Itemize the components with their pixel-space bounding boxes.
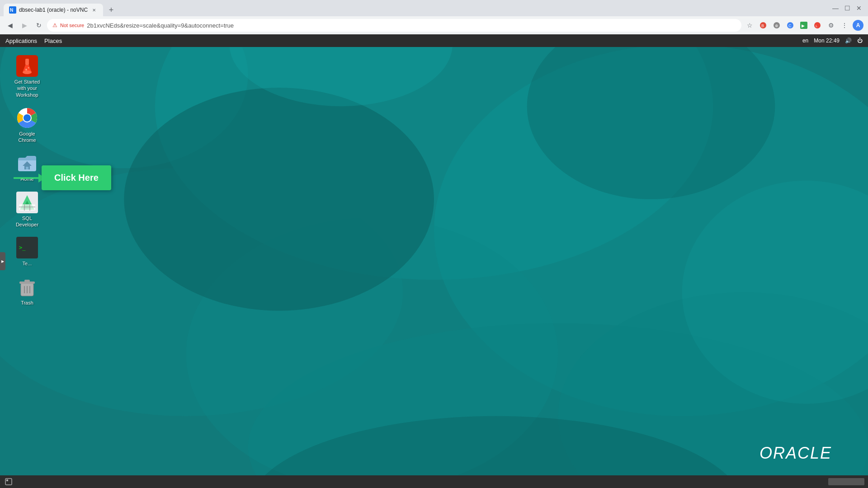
bottom-scrollbar[interactable] (828, 478, 864, 485)
svg-point-20 (124, 88, 434, 311)
trash-icon[interactable]: Trash (9, 273, 45, 309)
clock: Mon 22:49 (814, 38, 840, 44)
get-started-icon[interactable]: Get Startedwith yourWorkshop (9, 52, 45, 101)
new-tab-button[interactable]: + (105, 4, 118, 16)
tab-favicon: N (9, 6, 16, 14)
sql-developer-label: SQL Developer (11, 215, 43, 228)
applications-menu[interactable]: Applications (5, 38, 37, 44)
back-button[interactable]: ◀ (4, 19, 16, 32)
oracle-logo: ORACLE (760, 444, 832, 463)
home-icon[interactable]: Home (9, 150, 45, 185)
google-chrome-icon[interactable]: Google Chrome (9, 104, 45, 146)
svg-point-28 (25, 69, 27, 70)
extension-btn-1[interactable]: B (757, 19, 769, 32)
gnome-topbar-left: Applications Places (5, 38, 62, 44)
browser-frame: N dbsec-lab1 (oracle) - noVNC ✕ + — ☐ ✕ … (0, 0, 868, 488)
svg-rect-26 (25, 59, 29, 65)
home-icon-image (16, 152, 38, 174)
extensions-button[interactable]: ⚙ (825, 19, 837, 32)
extension-btn-3[interactable]: C (784, 19, 797, 32)
locale-indicator: en (802, 38, 808, 44)
svg-rect-37 (19, 204, 35, 211)
click-here-tooltip[interactable]: Click Here (42, 165, 111, 190)
nav-icons-right: ☆ B ⊕ C ▶ L ⚙ ⋮ A (743, 19, 864, 32)
window-controls: — ☐ ✕ (826, 0, 868, 16)
gnome-topbar: Applications Places en Mon 22:49 🔊 ⏻ (0, 34, 868, 47)
bottom-resize-icon[interactable] (4, 477, 14, 487)
reload-button[interactable]: ↻ (33, 19, 45, 32)
get-started-icon-image (16, 55, 38, 77)
forward-button[interactable]: ▶ (18, 19, 31, 32)
url-text: 2b1xvcNEds&resize=scale&quality=9&autoco… (87, 22, 736, 29)
svg-text:>_: >_ (19, 244, 26, 251)
svg-text:L: L (816, 24, 818, 28)
extension-btn-5[interactable]: L (811, 19, 824, 32)
desktop-area: ▶ (0, 47, 868, 475)
trash-label: Trash (21, 300, 33, 306)
trash-icon-image (16, 276, 38, 298)
volume-icon[interactable]: 🔊 (845, 38, 852, 44)
svg-point-32 (24, 114, 31, 122)
sqldeveloper-icon-image (16, 192, 38, 213)
svg-text:C: C (788, 23, 792, 28)
terminal-icon-image: >_ (16, 237, 38, 258)
google-chrome-label: Google Chrome (11, 131, 43, 144)
profile-icon: A (853, 20, 863, 31)
novnc-side-handle[interactable]: ▶ (0, 252, 5, 270)
novnc-content: Applications Places en Mon 22:49 🔊 ⏻ (0, 34, 868, 488)
chrome-tab-bar: N dbsec-lab1 (oracle) - noVNC ✕ + — ☐ ✕ (0, 0, 868, 16)
terminal-label: Te... (23, 260, 32, 267)
svg-rect-53 (6, 479, 8, 481)
desktop-icons-container: Get Startedwith yourWorkshop (9, 52, 45, 309)
gnome-topbar-right: en Mon 22:49 🔊 ⏻ (802, 38, 863, 44)
tab-title: dbsec-lab1 (oracle) - noVNC (19, 7, 88, 13)
maximize-button[interactable]: ☐ (842, 3, 853, 14)
svg-text:▶: ▶ (802, 23, 805, 28)
chrome-nav-bar: ◀ ▶ ↻ ⚠ Not secure 2b1xvcNEds&resize=sca… (0, 16, 868, 34)
terminal-icon[interactable]: >_ Te... (9, 234, 45, 269)
active-tab[interactable]: N dbsec-lab1 (oracle) - noVNC ✕ (4, 4, 103, 16)
extension-btn-2[interactable]: ⊕ (770, 19, 783, 32)
get-started-label: Get Startedwith yourWorkshop (14, 79, 40, 98)
bookmark-button[interactable]: ☆ (743, 19, 756, 32)
home-label: Home (20, 176, 33, 182)
chrome-icon-image (16, 107, 38, 129)
places-menu[interactable]: Places (44, 38, 62, 44)
not-secure-label: Not secure (60, 23, 84, 28)
svg-point-29 (28, 67, 29, 69)
close-button[interactable]: ✕ (854, 3, 864, 14)
svg-text:N: N (10, 8, 13, 13)
svg-text:⊕: ⊕ (775, 23, 778, 28)
address-bar[interactable]: ⚠ Not secure 2b1xvcNEds&resize=scale&qua… (47, 19, 741, 32)
menu-button[interactable]: ⋮ (838, 19, 851, 32)
svg-point-27 (23, 70, 32, 74)
click-here-label: Click Here (54, 173, 99, 183)
power-icon[interactable]: ⏻ (857, 38, 863, 44)
tab-area: N dbsec-lab1 (oracle) - noVNC ✕ + (0, 0, 826, 16)
svg-rect-35 (26, 167, 28, 169)
not-secure-icon: ⚠ (52, 22, 57, 28)
desktop-background (0, 47, 868, 475)
tab-close-button[interactable]: ✕ (90, 6, 98, 14)
svg-rect-49 (24, 280, 30, 282)
profile-avatar[interactable]: A (852, 19, 864, 32)
extension-btn-4[interactable]: ▶ (797, 19, 810, 32)
svg-text:B: B (761, 23, 764, 28)
minimize-button[interactable]: — (830, 3, 841, 14)
sql-developer-icon[interactable]: SQL Developer (9, 189, 45, 231)
gnome-bottom-bar (0, 475, 868, 488)
